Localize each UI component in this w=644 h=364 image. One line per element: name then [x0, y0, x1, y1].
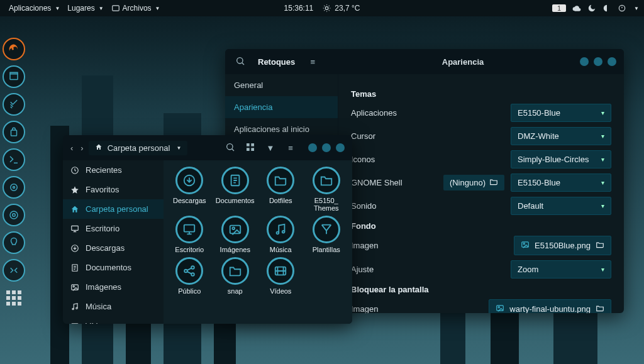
sidebar-item-desktop[interactable]: Escritorio [63, 219, 164, 238]
svg-point-28 [76, 307, 77, 309]
svg-point-26 [73, 285, 74, 287]
dropdown-sound-theme[interactable]: Default [511, 197, 611, 215]
weather-indicator[interactable]: 23,7 °C [322, 4, 360, 13]
shell-none-chip[interactable]: (Ninguno) [443, 175, 504, 190]
sidebar-item-home[interactable]: Carpeta personal [63, 199, 164, 219]
folder-plantillas[interactable]: Plantillas [304, 216, 349, 253]
dropdown-shell-theme[interactable]: E5150-Blue [511, 174, 611, 192]
svg-point-34 [232, 227, 235, 229]
svg-point-16 [227, 143, 233, 149]
search-icon[interactable] [233, 56, 248, 68]
label-cursor-theme: Cursor [351, 131, 504, 141]
folder-escritorio[interactable]: Escritorio [167, 216, 212, 253]
label-lock-image: Imagen [351, 304, 482, 313]
svg-point-15 [498, 307, 499, 308]
menu-applications[interactable]: Aplicaciones▼ [5, 4, 64, 13]
image-file-icon [496, 304, 504, 313]
svg-rect-20 [251, 148, 254, 151]
svg-point-13 [523, 243, 525, 245]
folder-descargas[interactable]: Descargas [167, 167, 212, 212]
window-maximize[interactable] [594, 57, 602, 66]
dock-settings[interactable] [3, 93, 25, 116]
files-grid: DescargasDocumentosDotfilesE5150_ThemesE… [164, 160, 352, 324]
dock-passwords[interactable] [3, 176, 25, 199]
nav-back[interactable]: ‹ [70, 143, 73, 153]
dock-files[interactable] [3, 65, 25, 88]
sidebar-item-music[interactable]: Música [63, 297, 164, 316]
svg-rect-3 [10, 74, 18, 80]
night-icon[interactable] [587, 4, 596, 13]
system-menu-chevron-icon[interactable]: ▼ [634, 6, 639, 11]
label-bg-adjust: Ajuste [351, 265, 504, 274]
svg-point-10 [13, 214, 16, 217]
files-window: ‹ › Carpeta personal ▼ ▼ ≡ RecientesFavo… [63, 135, 352, 324]
path-bar[interactable]: Carpeta personal ▼ [89, 141, 188, 155]
window-close[interactable] [336, 143, 345, 152]
svg-point-11 [237, 57, 243, 63]
sidebar-item-clock[interactable]: Recientes [63, 160, 164, 180]
hamburger-icon[interactable]: ≡ [305, 57, 320, 67]
folder-música[interactable]: Música [258, 216, 303, 253]
files-sidebar: RecientesFavoritosCarpeta personalEscrit… [63, 160, 164, 324]
path-label: Carpeta personal [108, 143, 170, 153]
svg-rect-32 [184, 225, 195, 232]
dock-firefox[interactable] [3, 38, 25, 60]
files-headerbar: ‹ › Carpeta personal ▼ ▼ ≡ [63, 135, 352, 160]
sidebar-item-download[interactable]: Descargas [63, 238, 164, 258]
sidebar-item-image[interactable]: Imágenes [63, 277, 164, 297]
power-icon[interactable] [618, 4, 626, 13]
dock-software[interactable] [3, 121, 25, 143]
dropdown-bg-adjust[interactable]: Zoom [511, 260, 611, 279]
chevron-down-icon: ▼ [176, 145, 181, 151]
menu-files-app[interactable]: Archivos▼ [108, 4, 164, 13]
view-grid-icon[interactable] [243, 142, 258, 154]
clock[interactable]: 15:36:11 [284, 4, 314, 13]
svg-rect-29 [72, 323, 79, 324]
hamburger-icon[interactable]: ≡ [283, 143, 298, 153]
window-close[interactable] [608, 57, 616, 66]
dock-disks[interactable] [3, 204, 25, 226]
menu-places[interactable]: Lugares▼ [64, 4, 107, 13]
tweaks-nav-general[interactable]: General [225, 74, 338, 96]
search-icon[interactable] [223, 142, 238, 154]
svg-point-7 [11, 184, 18, 191]
folder-dotfiles[interactable]: Dotfiles [258, 167, 303, 212]
dock-tweaks[interactable] [3, 259, 25, 282]
sidebar-item-video[interactable]: Vídeos [63, 316, 164, 324]
section-themes: Temas [351, 89, 611, 99]
label-bg-image: Imagen [351, 241, 508, 250]
cloud-icon[interactable] [572, 4, 581, 13]
folder-e5150_-themes[interactable]: E5150_Themes [304, 167, 349, 212]
label-apps-theme: Aplicaciones [351, 108, 504, 118]
tweaks-panel-title: Apariencia [347, 57, 579, 67]
label-sound-theme: Sonido [351, 201, 504, 211]
workspace-indicator[interactable]: 1 [552, 4, 566, 12]
file-bg-image[interactable]: E5150Blue.png [514, 236, 611, 255]
dropdown-icons-theme[interactable]: Simply-Blue-Circles [511, 150, 611, 168]
home-icon [95, 143, 103, 153]
dock-theme[interactable] [3, 231, 25, 254]
window-minimize[interactable] [308, 143, 317, 152]
file-lock-image[interactable]: warty-final-ubuntu.png [489, 299, 611, 313]
svg-point-9 [10, 211, 18, 219]
folder-open-icon [596, 304, 604, 313]
window-maximize[interactable] [322, 143, 331, 152]
folder-vídeos[interactable]: Vídeos [258, 257, 303, 295]
view-chevron-icon[interactable]: ▼ [263, 143, 278, 153]
window-minimize[interactable] [580, 57, 589, 66]
sidebar-item-doc[interactable]: Documentos [63, 258, 164, 277]
sidebar-item-star[interactable]: Favoritos [63, 180, 164, 199]
dropdown-cursor-theme[interactable]: DMZ-White [511, 127, 611, 145]
folder-snap[interactable]: snap [213, 257, 258, 295]
folder-público[interactable]: Público [167, 257, 212, 295]
dock-show-apps[interactable] [3, 287, 25, 309]
brightness-icon[interactable] [602, 4, 611, 13]
dropdown-apps-theme[interactable]: E5150-Blue [511, 104, 611, 122]
folder-documentos[interactable]: Documentos [213, 167, 258, 212]
folder-imágenes[interactable]: Imágenes [213, 216, 258, 253]
tweaks-nav-appearance[interactable]: Apariencia [225, 96, 338, 118]
folder-open-icon [489, 177, 498, 188]
dock-terminal[interactable] [3, 148, 25, 171]
svg-point-27 [72, 308, 74, 309]
nav-forward[interactable]: › [80, 143, 83, 153]
